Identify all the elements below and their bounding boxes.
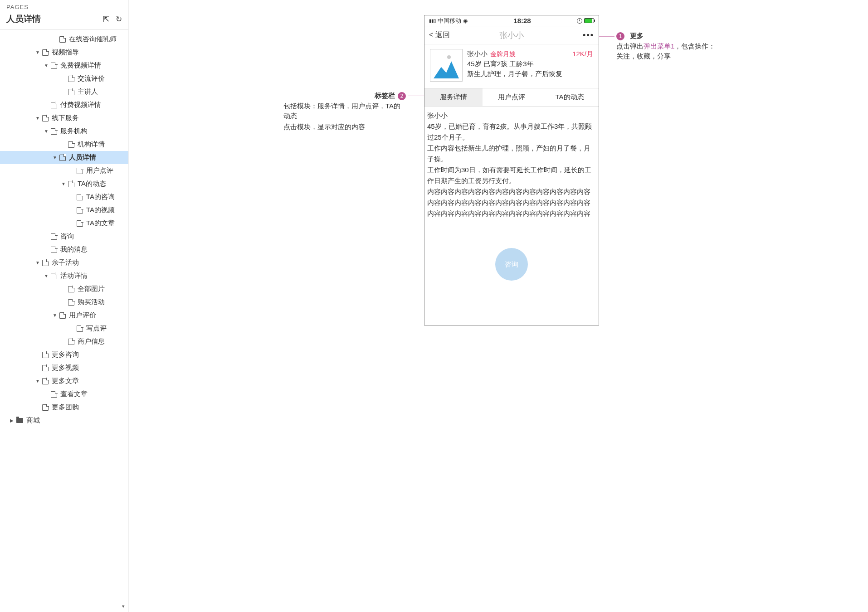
tree-item[interactable]: ▼TA的咨询 [0, 190, 128, 204]
tab-activity[interactable]: TA的动态 [541, 88, 599, 106]
annotation-1-badge: 1 [616, 32, 624, 40]
pages-section-label: PAGES [0, 0, 128, 11]
annotation-2-desc-2: 点击模块，显示对应的内容 [283, 122, 406, 132]
page-icon [42, 115, 49, 121]
signal-icon: ▮▮▯ [429, 18, 436, 23]
tree-item-label: TA的咨询 [86, 193, 115, 201]
phone-mockup: ▮▮▯ 中国移动 ◉ 18:28 < 返回 张小小 ••• 张小小 金牌月嫂 [424, 15, 599, 325]
tree-caret-icon[interactable]: ▼ [52, 313, 58, 318]
page-icon [59, 155, 66, 161]
tree-caret-icon[interactable]: ▼ [35, 260, 40, 265]
tree-item[interactable]: ▼更多团购 [0, 401, 128, 414]
page-title-row: 人员详情 ⇱ ↻ [0, 11, 128, 30]
tree-item[interactable]: ▼我的消息 [0, 243, 128, 256]
tab-user-reviews[interactable]: 用户点评 [483, 88, 541, 106]
tree-item[interactable]: ▼购买活动 [0, 296, 128, 309]
tree-item[interactable]: ▼免费视频详情 [0, 59, 128, 72]
tree-item-label: 咨询 [60, 232, 74, 241]
tree-caret-icon[interactable]: ▼ [35, 379, 40, 384]
avatar-placeholder-dot [447, 55, 451, 59]
status-bar: ▮▮▯ 中国移动 ◉ 18:28 [424, 15, 599, 26]
detail-paragraph: 内容内容内容内容内容内容内容内容内容内容内容内容内容内容内容内容内容内容内容内容… [427, 186, 596, 219]
profile-line-2: 45岁 已育2孩 工龄3年 [467, 59, 593, 69]
tree-item-label: 我的消息 [60, 245, 88, 254]
tree-item[interactable]: ▼付费视频详情 [0, 98, 128, 112]
back-button[interactable]: < 返回 [429, 30, 450, 40]
tree-item[interactable]: ▼主讲人 [0, 85, 128, 98]
tree-item[interactable]: ▼更多视频 [0, 361, 128, 374]
expand-caret-icon[interactable]: ▾ [122, 603, 125, 609]
tree-caret-icon[interactable]: ▼ [44, 129, 49, 134]
tree-item[interactable]: ▼更多文章 [0, 374, 128, 388]
tree-caret-icon[interactable]: ▼ [44, 273, 49, 278]
page-icon [77, 194, 83, 200]
page-icon [77, 168, 83, 174]
page-icon [51, 128, 57, 135]
page-icon [42, 365, 49, 371]
tree-item[interactable]: ▼亲子活动 [0, 256, 128, 269]
folder-icon [16, 418, 23, 423]
tree-item[interactable]: ▼写点评 [0, 322, 128, 335]
tree-item[interactable]: ▼查看文章 [0, 388, 128, 401]
pages-tree[interactable]: ▼在线咨询催乳师▼视频指导▼免费视频详情▼交流评价▼主讲人▼付费视频详情▼线下服… [0, 30, 128, 612]
tree-item[interactable]: ▼咨询 [0, 230, 128, 243]
tree-caret-icon[interactable]: ▶ [9, 418, 15, 423]
annotation-1-desc-pre: 点击弹出 [616, 42, 644, 50]
tree-item[interactable]: ▼人员详情 [0, 151, 128, 164]
tree-item[interactable]: ▼在线咨询催乳师 [0, 33, 128, 46]
page-icon [51, 233, 57, 240]
profile-name: 张小小 [467, 49, 488, 59]
tree-item[interactable]: ▼TA的文章 [0, 217, 128, 230]
refresh-icon[interactable]: ↻ [116, 15, 122, 24]
tree-item[interactable]: ▼用户点评 [0, 164, 128, 177]
page-icon [68, 76, 74, 82]
tree-item[interactable]: ▶商城 [0, 414, 128, 427]
more-button[interactable]: ••• [583, 30, 594, 40]
wifi-icon: ◉ [463, 18, 468, 24]
page-icon [51, 63, 57, 69]
page-icon [77, 325, 83, 332]
nav-title: 张小小 [424, 30, 599, 41]
tree-item[interactable]: ▼视频指导 [0, 46, 128, 59]
status-right [577, 18, 594, 24]
tree-caret-icon[interactable]: ▼ [35, 116, 40, 121]
page-title-actions: ⇱ ↻ [103, 15, 122, 24]
tree-caret-icon[interactable]: ▼ [52, 155, 58, 160]
share-icon[interactable]: ⇱ [103, 15, 109, 24]
page-icon [68, 141, 74, 148]
alarm-icon [577, 18, 582, 24]
consult-button[interactable]: 咨询 [495, 248, 528, 281]
detail-body: 张小小45岁，已婚已育，育有2孩。从事月嫂工作3年，共照顾过25个月子。工作内容… [424, 107, 599, 223]
tree-item[interactable]: ▼商户信息 [0, 335, 128, 348]
tree-item[interactable]: ▼服务机构 [0, 125, 128, 138]
tree-item-label: 在线咨询催乳师 [69, 35, 117, 44]
tree-item-label: 机构详情 [78, 140, 105, 149]
page-icon [42, 49, 49, 56]
page-icon [68, 286, 74, 292]
page-icon [51, 273, 57, 279]
tree-item[interactable]: ▼TA的视频 [0, 204, 128, 217]
nav-bar: < 返回 张小小 ••• [424, 26, 599, 44]
tree-item[interactable]: ▼用户评价 [0, 309, 128, 322]
tree-caret-icon[interactable]: ▼ [35, 50, 40, 55]
tree-item[interactable]: ▼全部图片 [0, 282, 128, 296]
tree-item-label: 用户点评 [86, 166, 113, 175]
tree-item[interactable]: ▼更多咨询 [0, 348, 128, 361]
tree-item-label: 更多视频 [52, 364, 79, 372]
tree-item[interactable]: ▼机构详情 [0, 138, 128, 151]
tree-item[interactable]: ▼TA的动态 [0, 177, 128, 190]
tree-item-label: 商户信息 [78, 337, 105, 346]
tree-item-label: 付费视频详情 [60, 101, 101, 109]
tree-item-label: 免费视频详情 [60, 61, 101, 70]
tree-item[interactable]: ▼交流评价 [0, 72, 128, 85]
tree-caret-icon[interactable]: ▼ [44, 63, 49, 68]
tab-service-detail[interactable]: 服务详情 [424, 88, 483, 106]
back-label: 返回 [435, 31, 450, 39]
tree-item-label: 人员详情 [69, 153, 96, 162]
tree-item[interactable]: ▼线下服务 [0, 112, 128, 125]
annotation-1-link[interactable]: 弹出菜单1 [644, 42, 674, 50]
tree-item[interactable]: ▼活动详情 [0, 269, 128, 282]
tree-caret-icon[interactable]: ▼ [61, 181, 66, 186]
tree-item-label: 查看文章 [60, 390, 88, 398]
profile-info: 张小小 金牌月嫂 12K/月 45岁 已育2孩 工龄3年 新生儿护理，月子餐，产… [467, 49, 593, 82]
